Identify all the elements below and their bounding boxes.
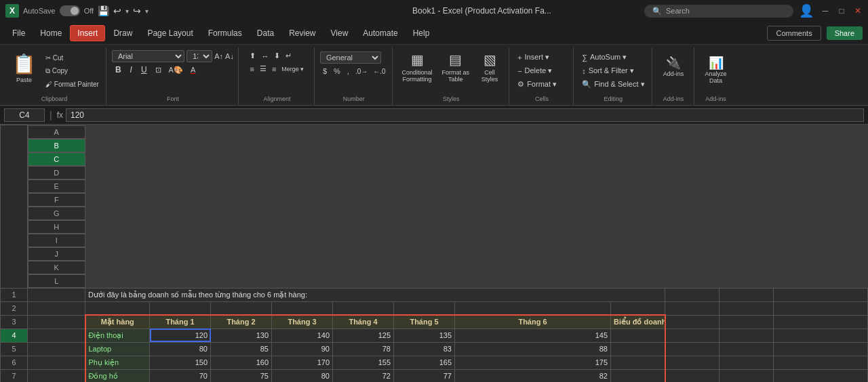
align-top-button[interactable]: ⬆ (248, 50, 258, 62)
col-header-H[interactable]: H (28, 220, 85, 234)
formula-input[interactable] (66, 108, 864, 122)
undo-dropdown-icon[interactable]: ▾ (125, 7, 129, 15)
cell-E3[interactable]: Tháng 3 (272, 315, 333, 328)
cell-A3[interactable] (28, 315, 85, 328)
menu-file[interactable]: File (5, 26, 32, 41)
font-size-select[interactable]: 13 (186, 50, 212, 62)
spreadsheet-container[interactable]: A B C D E F G H I J K L 1 (0, 125, 868, 382)
align-middle-button[interactable]: ↔ (259, 51, 271, 62)
comma-button[interactable]: , (344, 66, 352, 76)
addins-button[interactable]: 🔌 Add-ins (659, 54, 688, 80)
cell-H2[interactable] (455, 301, 611, 315)
cell-G3[interactable]: Tháng 5 (394, 315, 455, 328)
cell-G6[interactable]: 165 (394, 356, 455, 369)
cell-B3[interactable]: Mặt hàng (85, 315, 150, 328)
cell-J4[interactable] (665, 328, 719, 342)
copy-button[interactable]: ⧉ Copy (43, 66, 102, 77)
autosum-button[interactable]: ∑ AutoSum ▾ (579, 51, 647, 63)
cell-A2[interactable] (28, 301, 85, 315)
cell-D7[interactable]: 75 (211, 369, 272, 382)
col-header-J[interactable]: J (28, 247, 85, 261)
cell-F4[interactable]: 125 (333, 328, 394, 342)
cell-F5[interactable]: 78 (333, 342, 394, 356)
underline-button[interactable]: U (138, 64, 151, 75)
menu-review[interactable]: Review (282, 26, 322, 41)
cell-C4[interactable]: 120 (150, 328, 211, 342)
cell-H5[interactable]: 88 (455, 342, 611, 356)
font-name-select[interactable]: Arial (112, 50, 184, 62)
cell-D5[interactable]: 85 (211, 342, 272, 356)
cell-F2[interactable] (333, 301, 394, 315)
increase-decimal-button[interactable]: .0→ (353, 67, 370, 76)
cell-L1[interactable] (774, 288, 868, 301)
cell-B2[interactable] (85, 301, 150, 315)
cell-A6[interactable] (28, 356, 85, 369)
cell-K2[interactable] (719, 301, 774, 315)
cell-D3[interactable]: Tháng 2 (211, 315, 272, 328)
cell-L7[interactable] (774, 369, 868, 382)
cell-H6[interactable]: 175 (455, 356, 611, 369)
redo-icon[interactable]: ↪ (133, 5, 141, 16)
comments-button[interactable]: Comments (767, 26, 821, 41)
cell-I6[interactable] (611, 356, 665, 369)
format-cells-button[interactable]: ⚙ Format ▾ (515, 79, 569, 90)
cell-F7[interactable]: 72 (333, 369, 394, 382)
menu-view[interactable]: View (324, 26, 355, 41)
align-bottom-button[interactable]: ⬇ (272, 50, 282, 62)
customize-qat-icon[interactable]: ▾ (145, 7, 149, 15)
col-header-F[interactable]: F (28, 193, 85, 207)
decrease-decimal-button[interactable]: ←.0 (371, 67, 387, 76)
cell-E5[interactable]: 90 (272, 342, 333, 356)
cell-L5[interactable] (774, 342, 868, 356)
cell-K4[interactable] (719, 328, 774, 342)
cell-styles-button[interactable]: ▧ CellStyles (475, 49, 505, 85)
cell-C2[interactable] (150, 301, 211, 315)
font-grow-icon[interactable]: A↑ (214, 52, 223, 60)
conditional-formatting-button[interactable]: ▦ ConditionalFormatting (398, 49, 437, 85)
close-button[interactable]: ✕ (853, 6, 863, 16)
paste-button[interactable]: 📋 Paste (7, 50, 41, 86)
col-header-A[interactable]: A (28, 125, 85, 139)
cell-K3[interactable] (719, 315, 774, 328)
merge-center-button[interactable]: Merge ▾ (279, 64, 306, 74)
cell-G5[interactable]: 83 (394, 342, 455, 356)
align-center-button[interactable]: ☰ (258, 63, 269, 75)
cell-E6[interactable]: 170 (272, 356, 333, 369)
font-color-button[interactable]: A (188, 65, 198, 75)
col-header-B[interactable]: B (28, 139, 85, 152)
cell-H3[interactable]: Tháng 6 (455, 315, 611, 328)
autosave-toggle[interactable] (60, 5, 80, 16)
cell-A7[interactable] (28, 369, 85, 382)
menu-insert[interactable]: Insert (70, 25, 105, 41)
cell-A4[interactable] (28, 328, 85, 342)
cell-L2[interactable] (774, 301, 868, 315)
cell-E7[interactable]: 80 (272, 369, 333, 382)
cell-L4[interactable] (774, 328, 868, 342)
cell-reference-box[interactable] (4, 108, 45, 122)
cell-H4[interactable]: 145 (455, 328, 611, 342)
cell-C7[interactable]: 70 (150, 369, 211, 382)
cell-J2[interactable] (665, 301, 719, 315)
cell-E2[interactable] (272, 301, 333, 315)
share-button[interactable]: Share (827, 26, 863, 40)
cell-K7[interactable] (719, 369, 774, 382)
col-header-E[interactable]: E (28, 179, 85, 193)
cell-J5[interactable] (665, 342, 719, 356)
cell-D2[interactable] (211, 301, 272, 315)
cell-L3[interactable] (774, 315, 868, 328)
cell-I2[interactable] (611, 301, 665, 315)
font-shrink-icon[interactable]: A↓ (225, 52, 234, 60)
cell-G7[interactable]: 77 (394, 369, 455, 382)
cell-C3[interactable]: Tháng 1 (150, 315, 211, 328)
cell-A5[interactable] (28, 342, 85, 356)
align-left-button[interactable]: ≡ (248, 64, 256, 75)
insert-cells-button[interactable]: + Insert ▾ (515, 51, 569, 63)
col-header-C[interactable]: C (28, 152, 85, 166)
menu-automate[interactable]: Automate (356, 26, 404, 41)
cell-L6[interactable] (774, 356, 868, 369)
cell-B6[interactable]: Phụ kiện (85, 356, 150, 369)
cell-C5[interactable]: 80 (150, 342, 211, 356)
minimize-button[interactable]: ─ (821, 6, 830, 16)
sort-filter-button[interactable]: ↕ Sort & Filter ▾ (579, 65, 647, 77)
cell-J6[interactable] (665, 356, 719, 369)
